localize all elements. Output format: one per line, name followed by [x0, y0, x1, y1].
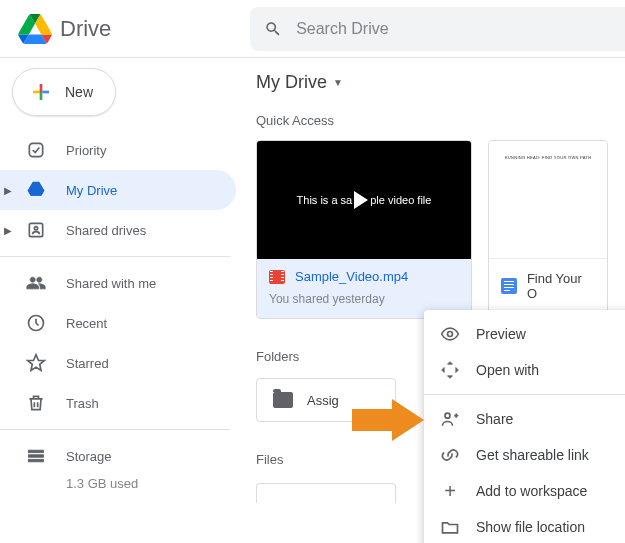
ctx-get-shareable-link[interactable]: Get shareable link [424, 437, 625, 473]
brand-name: Drive [60, 16, 111, 42]
sidebar-item-my-drive[interactable]: ▶ My Drive [0, 170, 236, 210]
storage-label: Storage [66, 449, 112, 464]
svg-point-2 [34, 227, 37, 230]
file-card-video[interactable]: This is a sa ple video file Sample_Video… [256, 140, 472, 319]
sidebar-item-trash[interactable]: Trash [0, 383, 236, 423]
file-card-title: Sample_Video.mp4 [295, 269, 408, 284]
trash-icon [26, 393, 46, 413]
play-icon [354, 191, 368, 209]
ctx-add-to-workspace[interactable]: + Add to workspace [424, 473, 625, 509]
brand[interactable]: Drive [0, 14, 250, 44]
storage-used: 1.3 GB used [26, 476, 236, 491]
expand-icon[interactable]: ▶ [4, 185, 12, 196]
folder-name: Assig [307, 393, 339, 408]
sidebar-item-storage[interactable]: Storage [26, 446, 236, 466]
shared-drives-icon [26, 220, 46, 240]
new-button-label: New [65, 84, 93, 100]
sidebar-item-recent[interactable]: Recent [0, 303, 236, 343]
star-icon [26, 353, 46, 373]
sidebar-item-label: Trash [66, 396, 99, 411]
sidebar: New Priority ▶ My Drive ▶ Shared drives … [0, 58, 236, 503]
ctx-preview[interactable]: Preview [424, 316, 625, 352]
storage-icon [26, 446, 46, 466]
preview-icon [440, 324, 460, 344]
sidebar-item-label: Priority [66, 143, 106, 158]
folder-icon [273, 392, 293, 408]
breadcrumb-label: My Drive [256, 72, 327, 93]
sidebar-item-label: Shared drives [66, 223, 146, 238]
chevron-down-icon: ▼ [333, 77, 343, 88]
ctx-open-with[interactable]: Open with [424, 352, 625, 388]
open-with-icon [440, 360, 460, 380]
ctx-share[interactable]: Share [424, 401, 625, 437]
priority-icon [26, 140, 46, 160]
sidebar-item-label: Recent [66, 316, 107, 331]
breadcrumb[interactable]: My Drive ▼ [256, 72, 625, 93]
divider [424, 394, 625, 395]
divider [0, 256, 230, 257]
ctx-show-file-location[interactable]: Show file location [424, 509, 625, 543]
svg-point-7 [448, 332, 453, 337]
annotation-arrow [352, 399, 432, 441]
sidebar-item-shared-with-me[interactable]: Shared with me [0, 263, 236, 303]
share-icon [440, 409, 460, 429]
folder-outline-icon [440, 517, 460, 537]
sidebar-item-shared-drives[interactable]: ▶ Shared drives [0, 210, 236, 250]
sidebar-item-label: My Drive [66, 183, 117, 198]
sidebar-item-label: Shared with me [66, 276, 156, 291]
sidebar-item-starred[interactable]: Starred [0, 343, 236, 383]
plus-icon [29, 80, 53, 104]
link-icon [440, 445, 460, 465]
svg-rect-6 [29, 459, 44, 462]
file-card-title: Find Your O [527, 271, 595, 301]
recent-icon [26, 313, 46, 333]
file-card-subtitle: You shared yesterday [269, 292, 459, 306]
search-icon [264, 19, 282, 39]
svg-rect-0 [29, 143, 42, 156]
sidebar-item-priority[interactable]: Priority [0, 130, 236, 170]
divider [0, 429, 230, 430]
new-button[interactable]: New [12, 68, 116, 116]
file-item[interactable] [256, 483, 396, 503]
docs-file-icon [501, 278, 517, 294]
svg-rect-4 [29, 450, 44, 453]
context-menu: Preview Open with Share Get shareable li… [424, 310, 625, 543]
shared-with-me-icon [26, 273, 46, 293]
doc-thumbnail: RUNNING HEAD: FIND YOUR OWN PATH [489, 141, 607, 259]
video-thumbnail: This is a sa ple video file [257, 141, 471, 259]
search-bar[interactable] [250, 7, 625, 51]
video-file-icon [269, 270, 285, 284]
quick-access-label: Quick Access [256, 113, 625, 128]
search-input[interactable] [296, 20, 611, 38]
file-card-doc[interactable]: RUNNING HEAD: FIND YOUR OWN PATH Find Yo… [488, 140, 608, 319]
drive-logo-icon [18, 14, 52, 44]
svg-rect-5 [29, 455, 44, 458]
expand-icon[interactable]: ▶ [4, 225, 12, 236]
plus-icon: + [440, 481, 460, 501]
my-drive-icon [26, 180, 46, 200]
svg-point-8 [445, 413, 450, 418]
sidebar-item-label: Starred [66, 356, 109, 371]
